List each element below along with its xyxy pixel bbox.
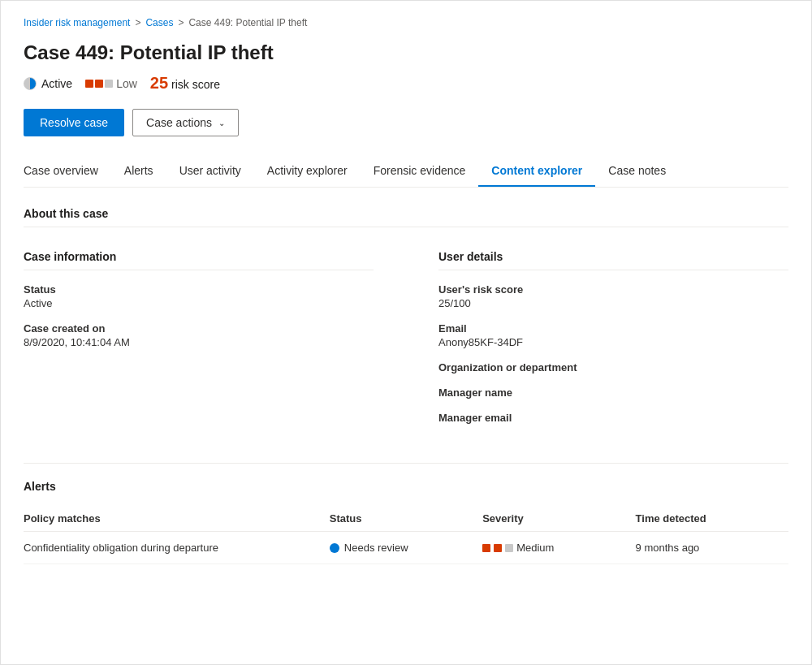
user-risk-score-label: User's risk score <box>438 283 788 296</box>
tab-alerts[interactable]: Alerts <box>111 156 166 187</box>
needs-review-status: Needs review <box>330 542 482 554</box>
status-label: Active <box>41 77 72 90</box>
about-header: About this case <box>24 207 788 227</box>
manager-email-label: Manager email <box>438 412 788 424</box>
breadcrumb-cases[interactable]: Cases <box>145 17 173 28</box>
tab-forensic-evidence[interactable]: Forensic evidence <box>361 156 479 187</box>
medium-severity-indicator: Medium <box>482 542 635 554</box>
col-header-time: Time detected <box>636 506 788 532</box>
page-title: Case 449: Potential IP theft <box>24 41 788 64</box>
severity-sq-3 <box>105 80 113 88</box>
med-sq-1 <box>482 544 490 552</box>
tabs-nav: Case overview Alerts User activity Activ… <box>24 156 788 188</box>
action-bar: Resolve case Case actions ⌄ <box>24 109 788 136</box>
severity-medium-label: Medium <box>516 542 554 554</box>
breadcrumb: Insider risk management > Cases > Case 4… <box>24 17 788 28</box>
active-status-icon <box>24 77 37 90</box>
alerts-table-body: Confidentiality obligation during depart… <box>24 532 788 564</box>
status-badge: Active <box>24 77 72 90</box>
col-header-severity: Severity <box>482 506 635 532</box>
created-on-field: Case created on 8/9/2020, 10:41:04 AM <box>24 322 374 348</box>
risk-score-number: 25 <box>150 74 168 92</box>
severity-sq-1 <box>85 80 93 88</box>
med-sq-3 <box>505 544 513 552</box>
med-sq-2 <box>494 544 502 552</box>
status-field-value: Active <box>24 297 374 309</box>
tab-user-activity[interactable]: User activity <box>166 156 254 187</box>
col-header-policy: Policy matches <box>24 506 330 532</box>
breadcrumb-sep-1: > <box>135 17 140 28</box>
case-info-column: Case information Status Active Case crea… <box>24 250 390 437</box>
tab-case-overview[interactable]: Case overview <box>24 156 111 187</box>
created-on-value: 8/9/2020, 10:41:04 AM <box>24 336 374 348</box>
manager-name-label: Manager name <box>438 386 788 399</box>
alerts-header: Alerts <box>24 480 788 493</box>
user-details-header: User details <box>438 250 788 270</box>
alerts-table-header-row: Policy matches Status Severity Time dete… <box>24 506 788 532</box>
breadcrumb-current: Case 449: Potential IP theft <box>188 17 307 28</box>
org-label: Organization or department <box>438 361 788 374</box>
resolve-case-button[interactable]: Resolve case <box>24 109 124 136</box>
tab-content-explorer[interactable]: Content explorer <box>478 156 595 187</box>
tab-case-notes[interactable]: Case notes <box>595 156 679 187</box>
content-area: About this case Case information Status … <box>24 207 788 564</box>
tab-activity-explorer[interactable]: Activity explorer <box>254 156 361 187</box>
risk-score: 25risk score <box>150 74 220 93</box>
needs-review-label: Needs review <box>344 542 408 554</box>
case-actions-button[interactable]: Case actions ⌄ <box>132 109 239 136</box>
chevron-down-icon: ⌄ <box>218 119 225 127</box>
risk-score-field: User's risk score 25/100 <box>438 283 788 309</box>
page-wrapper: Insider risk management > Cases > Case 4… <box>0 0 812 665</box>
email-value: Anony85KF-34DF <box>438 336 788 348</box>
alert-time: 9 months ago <box>636 532 788 564</box>
status-field: Status Active <box>24 283 374 309</box>
alerts-table-head: Policy matches Status Severity Time dete… <box>24 506 788 532</box>
table-row: Confidentiality obligation during depart… <box>24 532 788 564</box>
user-details-column: User details User's risk score 25/100 Em… <box>422 250 788 437</box>
email-field: Email Anony85KF-34DF <box>438 322 788 348</box>
alert-status: Needs review <box>330 532 482 564</box>
about-section: About this case <box>24 207 788 237</box>
severity-sq-2 <box>95 80 103 88</box>
case-info-header: Case information <box>24 250 374 270</box>
col-header-status: Status <box>330 506 482 532</box>
user-risk-score-value: 25/100 <box>438 297 788 309</box>
severity-indicator: Low <box>85 77 137 90</box>
alert-policy-name: Confidentiality obligation during depart… <box>24 532 330 564</box>
manager-name-field: Manager name <box>438 386 788 399</box>
alerts-table: Policy matches Status Severity Time dete… <box>24 506 788 564</box>
case-actions-label: Case actions <box>146 116 212 129</box>
email-label: Email <box>438 322 788 335</box>
severity-label: Low <box>116 77 137 90</box>
status-field-label: Status <box>24 283 374 296</box>
alerts-section: Alerts Policy matches Status Severity Ti… <box>24 463 788 564</box>
alert-severity: Medium <box>482 532 635 564</box>
risk-score-label: risk score <box>171 78 220 91</box>
created-on-label: Case created on <box>24 322 374 335</box>
breadcrumb-insider-risk[interactable]: Insider risk management <box>24 17 130 28</box>
blue-dot-icon <box>330 543 339 553</box>
org-field: Organization or department <box>438 361 788 374</box>
severity-squares <box>85 80 113 88</box>
manager-email-field: Manager email <box>438 412 788 424</box>
breadcrumb-sep-2: > <box>178 17 184 28</box>
status-bar: Active Low 25risk score <box>24 74 788 93</box>
